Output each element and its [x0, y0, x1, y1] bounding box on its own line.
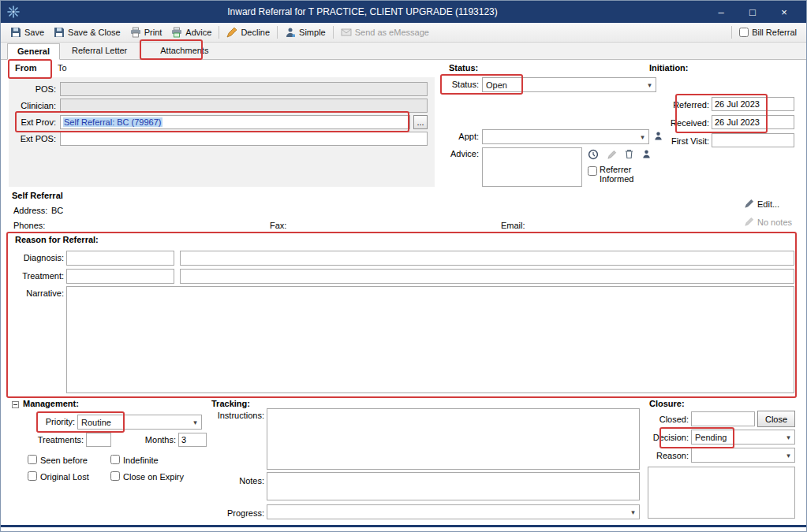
ext-pos-field[interactable]	[60, 132, 428, 146]
close-on-expiry-label: Close on Expiry	[123, 472, 184, 482]
progress-label: Progress:	[206, 508, 264, 518]
closed-date-field[interactable]	[691, 411, 755, 426]
closure-heading: Closure:	[649, 399, 685, 408]
save-button[interactable]: Save	[6, 25, 49, 39]
edit-button[interactable]: Edit...	[744, 199, 779, 209]
priority-dropdown[interactable]: Routine ▾	[77, 415, 202, 430]
referred-label: Referred:	[651, 100, 709, 110]
emessage-icon	[341, 27, 352, 38]
close-on-expiry-checkbox[interactable]	[110, 471, 120, 481]
minimize-button[interactable]: –	[705, 6, 737, 18]
advice-label: Advice	[185, 28, 211, 37]
edit-pencil-icon	[744, 199, 754, 209]
no-notes-label: No notes	[757, 218, 792, 227]
decision-value: Pending	[695, 433, 783, 442]
save-close-button[interactable]: Save & Close	[49, 25, 125, 39]
ext-pos-label: Ext POS:	[7, 134, 56, 143]
advice-edit-pencil-icon	[607, 150, 617, 160]
maximize-button[interactable]: □	[737, 6, 768, 18]
closed-label: Closed:	[643, 415, 689, 424]
narrative-textarea[interactable]	[66, 286, 794, 393]
treatment-text-field[interactable]	[180, 269, 794, 284]
subtab-to[interactable]: To	[53, 61, 72, 74]
close-button[interactable]: ×	[768, 6, 800, 18]
phones-label: Phones:	[13, 221, 45, 230]
notes-textarea[interactable]	[267, 472, 640, 500]
tab-referral-letter[interactable]: Referral Letter	[62, 43, 137, 59]
simple-button[interactable]: Simple	[280, 25, 331, 39]
months-field[interactable]	[178, 433, 207, 447]
print-button[interactable]: Print	[125, 25, 167, 39]
received-label: Received:	[651, 118, 709, 128]
pos-field	[60, 82, 428, 96]
bill-referral-label: Bill Referral	[752, 28, 797, 37]
closure-reason-label: Reason:	[640, 451, 689, 460]
save-close-icon	[54, 27, 65, 38]
closure-reason-dropdown[interactable]: ▾	[691, 448, 795, 463]
tab-attachments[interactable]: Attachments	[150, 43, 219, 59]
indefinite-checkbox[interactable]	[110, 455, 120, 464]
status-label: Status:	[427, 80, 479, 89]
title-bar: Inward Referral for T PRACTICE, CLIENT U…	[1, 1, 806, 23]
status-heading: Status:	[449, 63, 478, 73]
notes-pencil-icon	[744, 217, 754, 227]
app-logo-icon	[7, 6, 20, 18]
first-visit-field[interactable]	[712, 133, 794, 147]
dropdown-arrow-icon: ▾	[627, 505, 639, 519]
indefinite-label: Indefinite	[123, 456, 159, 465]
decision-dropdown[interactable]: Pending ▾	[691, 430, 795, 445]
tab-general[interactable]: General	[7, 43, 60, 60]
seen-before-checkbox[interactable]	[28, 455, 37, 464]
dropdown-arrow-icon: ▾	[783, 448, 794, 462]
original-lost-checkbox[interactable]	[28, 471, 37, 481]
diagnosis-code-field[interactable]	[66, 251, 174, 266]
treatments-field[interactable]	[86, 433, 111, 447]
status-dropdown[interactable]: Open ▾	[482, 77, 656, 92]
priority-value: Routine	[81, 418, 189, 427]
clinician-label: Clinician:	[7, 101, 56, 110]
advice-button[interactable]: Advice	[166, 25, 216, 39]
ext-prov-browse-button[interactable]: ...	[413, 115, 428, 129]
save-label: Save	[24, 28, 44, 37]
toolbar-separator	[731, 26, 732, 39]
advice-icon	[171, 27, 182, 38]
instructions-label: Instructions:	[206, 411, 264, 420]
instructions-textarea[interactable]	[267, 408, 640, 470]
pos-label: POS:	[7, 84, 56, 94]
advice-textarea[interactable]	[482, 147, 582, 187]
email-label: Email:	[501, 221, 525, 230]
self-referral-heading: Self Referral	[12, 191, 63, 200]
send-emessage-label: Send as eMessage	[355, 28, 429, 37]
decision-label: Decision:	[640, 433, 689, 442]
referred-date-field[interactable]	[712, 97, 794, 111]
advice-history-clock-icon[interactable]	[588, 149, 599, 160]
referrer-informed-checkbox[interactable]	[588, 166, 597, 176]
treatment-code-field[interactable]	[66, 269, 174, 284]
subtab-from[interactable]: From	[10, 61, 42, 74]
collapse-icon[interactable]	[12, 401, 19, 408]
decline-button[interactable]: Decline	[222, 25, 275, 39]
address-label: Address:	[13, 206, 47, 215]
progress-dropdown[interactable]: ▾	[267, 504, 640, 519]
referrer-informed-label: Referrer Informed	[600, 165, 644, 184]
original-lost-label: Original Lost	[40, 472, 89, 482]
decline-pencil-icon	[226, 27, 237, 38]
no-notes-indicator: No notes	[744, 217, 792, 227]
bill-referral-checkbox[interactable]	[739, 28, 749, 37]
edit-label: Edit...	[757, 199, 779, 209]
ext-prov-field[interactable]: Self Referral: BC (79967)	[60, 115, 410, 129]
save-close-label: Save & Close	[68, 28, 121, 37]
clinician-field	[60, 99, 428, 113]
bill-referral-toggle[interactable]: Bill Referral	[734, 26, 801, 39]
notes-label: Notes:	[206, 476, 264, 485]
simple-person-icon	[285, 27, 296, 38]
advice-delete-trash-icon[interactable]	[624, 149, 634, 159]
received-date-field[interactable]	[712, 115, 794, 129]
closure-notes-textarea[interactable]	[648, 467, 795, 519]
diagnosis-text-field[interactable]	[180, 251, 794, 266]
narrative-label: Narrative:	[7, 288, 64, 298]
appt-dropdown[interactable]: ▾	[482, 129, 649, 144]
advice-person-icon[interactable]	[641, 149, 652, 159]
close-referral-button[interactable]: Close	[757, 411, 795, 427]
initiation-heading: Initiation:	[649, 63, 689, 73]
